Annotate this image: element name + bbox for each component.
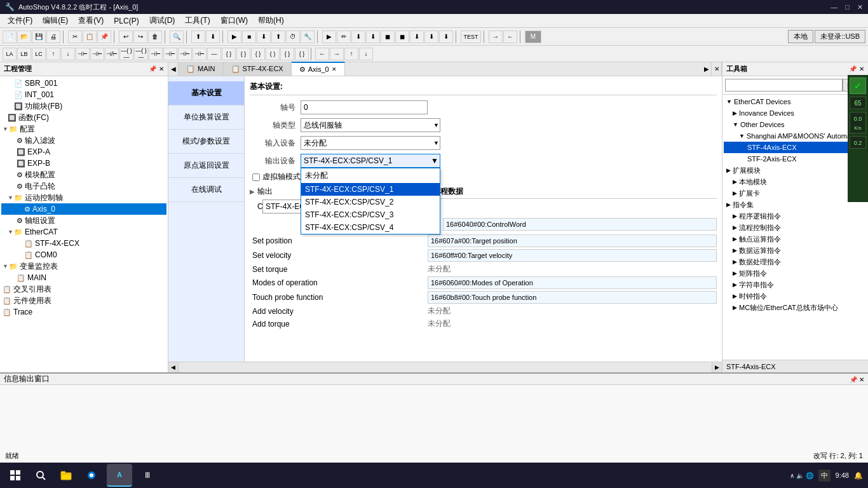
toolbox-mc[interactable]: ▶ MC轴位/EtherCAT总线市场中心	[724, 302, 867, 313]
tree-item-sbr001[interactable]: 📄 SBR_001	[1, 78, 166, 89]
tree-item-trace[interactable]: 📋 Trace	[1, 306, 166, 318]
tb-delete[interactable]: 🗑	[148, 30, 162, 43]
tb-test[interactable]: TEST	[461, 30, 481, 43]
tb-search[interactable]: 🔍	[170, 30, 184, 43]
tree-item-int001[interactable]: 📄 INT_001	[1, 89, 166, 100]
tree-item-com0[interactable]: 📋 COM0	[1, 249, 166, 261]
bottom-close-icon[interactable]: ✕	[859, 376, 864, 383]
toolbox-search-input[interactable]	[725, 79, 843, 92]
toolbox-contact[interactable]: ▶ 触点运算指令	[724, 233, 867, 245]
config-nav-mode[interactable]: 模式/参数设置	[168, 130, 244, 154]
tb-conn-2[interactable]: ←	[503, 30, 517, 43]
tb-new[interactable]: 📄	[3, 30, 17, 43]
tb-plc-1[interactable]: ▶	[227, 30, 241, 43]
tree-item-ethercat[interactable]: ▼ 📁 EtherCAT	[1, 226, 166, 238]
close-btn[interactable]: ✕	[857, 3, 863, 11]
tree-item-crosstable[interactable]: 📋 交叉引用表	[1, 283, 166, 295]
tb-ld2[interactable]: ⊣⊢	[90, 48, 104, 60]
tb-ld11[interactable]: { }	[222, 48, 236, 60]
select-inputdev[interactable]: 未分配	[301, 136, 440, 150]
tb-lb[interactable]: LB	[17, 48, 31, 60]
tb-ld13[interactable]: { }	[251, 48, 265, 60]
tree-item-fb[interactable]: 🔲 功能块(FB)	[1, 100, 166, 112]
tb-paste[interactable]: 📌	[97, 30, 111, 43]
tab-axis0[interactable]: ⚙ Axis_0 ✕	[292, 62, 345, 76]
tb-debug-5[interactable]: ◼	[381, 30, 395, 43]
tree-item-main[interactable]: 📋 MAIN	[1, 272, 166, 283]
maximize-btn[interactable]: □	[845, 3, 850, 11]
toolbox-flowctrl[interactable]: ▶ 流程控制指令	[724, 222, 867, 233]
tree-item-stf4x[interactable]: 📋 STF-4X-ECX	[1, 238, 166, 249]
toolbox-local[interactable]: ▶ 本地模块	[724, 176, 867, 187]
dropdown-option-csv2[interactable]: STF-4X-ECX:CSP/CSV_2	[301, 196, 440, 208]
toolbox-extcard[interactable]: ▶ 扩展卡	[724, 187, 867, 199]
dropdown-option-csv1[interactable]: STF-4X-ECX:CSP/CSV_1	[301, 183, 440, 196]
login-button[interactable]: 未登录::USB	[815, 30, 865, 43]
tb-debug-3[interactable]: ⬇	[351, 30, 365, 43]
tb-debug-4[interactable]: ⬇	[366, 30, 380, 43]
tree-item-expb[interactable]: 🔲 EXP-B	[1, 158, 166, 169]
toolbox-pin-icon[interactable]: 📌	[849, 65, 857, 72]
tb-lc[interactable]: LC	[32, 48, 46, 60]
tb-debug-8[interactable]: ⬇	[424, 30, 438, 43]
tab-main[interactable]: 📋 MAIN	[179, 62, 224, 76]
menu-window[interactable]: 窗口(W)	[215, 14, 253, 27]
tb-ld9[interactable]: ⊣⊢	[193, 48, 207, 60]
tb-upload[interactable]: ⬆	[191, 30, 205, 43]
toolbox-ethercat-devices[interactable]: ▼ EtherCAT Devices	[724, 96, 867, 107]
taskbar-explorer[interactable]	[56, 465, 76, 485]
toolbox-close-icon[interactable]: ✕	[859, 65, 864, 72]
tb-debug-2[interactable]: ✏	[337, 30, 351, 43]
toolbox-expand[interactable]: ▶ 扩展模块	[724, 165, 867, 176]
toolbox-inovance[interactable]: ▶ Inovance Devices	[724, 107, 867, 119]
start-button[interactable]	[5, 465, 25, 485]
tb-ld1[interactable]: ⊣⊢	[76, 48, 90, 60]
menu-plc[interactable]: PLC(P)	[109, 15, 144, 27]
toolbox-proglogic[interactable]: ▶ 程序逻辑指令	[724, 210, 867, 222]
panel-pin-icon[interactable]: 📌	[149, 65, 156, 72]
local-button[interactable]: 本地	[788, 30, 813, 43]
tb-down[interactable]: ↓	[61, 48, 75, 60]
tb-ld5[interactable]: —( )—	[134, 48, 148, 60]
tb-arrow-2[interactable]: →	[330, 48, 344, 60]
input-setvel[interactable]	[428, 249, 717, 262]
scroll-left-btn[interactable]: ◀	[168, 362, 179, 372]
tb-ld12[interactable]: { }	[236, 48, 250, 60]
input-axisnum[interactable]	[301, 100, 428, 114]
toolbox-stf4axis[interactable]: STF-4Axis-ECX	[724, 142, 867, 153]
checkbox-vaxis[interactable]	[252, 173, 260, 181]
tab-close-all[interactable]: ✕	[712, 62, 722, 76]
config-nav-online[interactable]: 在线调试	[168, 178, 244, 202]
tb-arrow-1[interactable]: ←	[315, 48, 329, 60]
tree-item-componenttable[interactable]: 📋 元件使用表	[1, 295, 166, 306]
config-nav-origin[interactable]: 原点返回设置	[168, 154, 244, 178]
menu-file[interactable]: 文件(F)	[3, 14, 37, 27]
tb-arrow-4[interactable]: ↓	[359, 48, 373, 60]
minimize-btn[interactable]: —	[831, 3, 837, 11]
tb-open[interactable]: 📂	[17, 30, 31, 43]
tb-plc-6[interactable]: 🔧	[301, 30, 315, 43]
tb-debug-6[interactable]: ◼	[395, 30, 409, 43]
tree-item-motionctrl[interactable]: ▼ 📁 运动控制轴	[1, 192, 166, 203]
tb-ld6[interactable]: ⊣⊢	[149, 48, 163, 60]
tree-item-config[interactable]: ▼ 📁 配置	[1, 123, 166, 135]
tb-undo[interactable]: ↩	[119, 30, 133, 43]
taskbar-edge[interactable]	[81, 465, 102, 485]
tb-redo[interactable]: ↪	[133, 30, 147, 43]
dropdown-option-csv4[interactable]: STF-4X-ECX:CSP/CSV_4	[301, 221, 440, 234]
outputdev-display[interactable]: STF-4X-ECX:CSP/CSV_1 ▼	[301, 154, 440, 168]
menu-view[interactable]: 查看(V)	[73, 14, 109, 27]
input-modes[interactable]	[428, 276, 717, 289]
tb-plc-2[interactable]: ■	[242, 30, 256, 43]
toolbox-string[interactable]: ▶ 字符串指令	[724, 279, 867, 290]
tb-cut[interactable]: ✂	[68, 30, 82, 43]
tb-plc-4[interactable]: ⬆	[271, 30, 285, 43]
select-axistype[interactable]: 总线伺服轴 脉冲伺服轴 虚拟轴	[301, 118, 440, 132]
tab-scroll-right[interactable]: ▶	[702, 62, 712, 76]
hscroll-track[interactable]	[179, 362, 712, 372]
tab-axis0-close[interactable]: ✕	[332, 66, 337, 72]
tab-scroll-left[interactable]: ◀	[168, 62, 179, 76]
tb-ld3[interactable]: ⊣/⊢	[105, 48, 119, 60]
bottom-pin-icon[interactable]: 📌	[850, 376, 857, 383]
tb-ld14[interactable]: ( )	[266, 48, 280, 60]
